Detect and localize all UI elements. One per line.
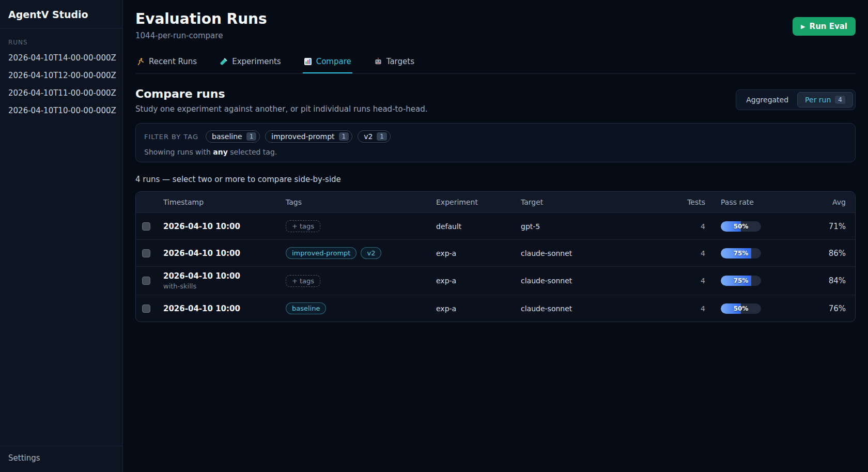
sidebar-item-run[interactable]: 2026-04-10T12-00-00-000Z [0,67,122,84]
run-avg-score: 71% [772,222,855,231]
row-checkbox[interactable] [142,277,150,285]
test-tube-icon [220,57,228,66]
view-mode-toggle: Aggregated Per run 4 [736,89,856,110]
filter-panel: FILTER BY TAG baseline1improved-prompt1v… [135,123,856,162]
run-target: claude-sonnet [521,249,673,257]
tab-label: Recent Runs [149,57,197,66]
run-avg-score: 86% [772,249,855,258]
run-experiment: exp-a [436,249,521,257]
run-eval-label: Run Eval [810,22,847,31]
sidebar: AgentV Studio RUNS 2026-04-10T14-00-00-0… [0,0,123,472]
section-subtitle: Study one experiment against another, or… [135,104,428,114]
sidebar-item-run[interactable]: 2026-04-10T10-00-00-000Z [0,102,122,119]
run-target: claude-sonnet [521,304,673,313]
tab-targets[interactable]: Targets [373,53,415,73]
toggle-aggregated[interactable]: Aggregated [738,92,796,108]
run-tag-chip-baseline: baseline [286,302,326,314]
column-header-target: Target [521,198,673,206]
run-avg-score: 76% [772,304,855,313]
filter-note-emphasis: any [213,148,228,156]
run-row[interactable]: 2026-04-10 10:00improved-promptv2exp-acl… [136,239,855,266]
run-timestamp: 2026-04-10 10:00 [163,271,286,281]
run-subtitle: with-skills [163,282,286,290]
per-run-label: Per run [805,96,831,104]
column-header-tests: Tests [673,198,705,206]
pass-rate-pill: 75% [721,248,761,258]
column-header-pass-rate: Pass rate [705,198,772,206]
sidebar-item-settings[interactable]: Settings [0,446,122,472]
pass-rate-pill: 50% [721,221,761,232]
runs-section-label: RUNS [0,28,122,49]
toggle-per-run[interactable]: Per run 4 [797,92,853,108]
row-checkbox[interactable] [142,304,150,313]
row-checkbox[interactable] [142,249,150,257]
filter-tag-chip-v2[interactable]: v21 [358,130,391,143]
table-body: 2026-04-10 10:00+ tagsdefaultgpt-5450%71… [136,212,855,322]
pass-rate-value: 75% [721,276,761,286]
run-eval-button[interactable]: ▶ Run Eval [793,17,856,36]
pass-rate-pill: 75% [721,276,761,286]
pass-rate-value: 50% [721,221,761,232]
run-row[interactable]: 2026-04-10 10:00baselineexp-aclaude-sonn… [136,295,855,322]
run-timestamp: 2026-04-10 10:00 [163,304,286,313]
runner-icon [136,57,145,66]
runs-list: 2026-04-10T14-00-00-000Z2026-04-10T12-00… [0,49,122,119]
bar-chart-icon [304,57,312,66]
app-title: AgentV Studio [0,0,122,28]
compare-header: Compare runs Study one experiment agains… [135,87,856,114]
sidebar-item-run[interactable]: 2026-04-10T14-00-00-000Z [0,49,122,67]
section-title: Compare runs [135,87,428,100]
pass-rate-value: 50% [721,303,761,314]
run-target: claude-sonnet [521,277,673,285]
column-header-timestamp: Timestamp [163,198,286,206]
run-timestamp: 2026-04-10 10:00 [163,249,286,258]
sidebar-spacer [0,119,122,446]
page-subtitle: 1044-per-run-compare [135,31,267,40]
tab-label: Experiments [232,57,281,66]
filter-note-prefix: Showing runs with [144,148,211,156]
tab-compare[interactable]: Compare [303,53,352,73]
add-tags-button[interactable]: + tags [286,275,320,287]
column-header-tags: Tags [286,198,436,206]
filter-label: FILTER BY TAG [144,133,198,141]
run-row[interactable]: 2026-04-10 10:00+ tagsdefaultgpt-5450%71… [136,212,855,239]
run-target: gpt-5 [521,222,673,231]
column-header-experiment: Experiment [436,198,521,206]
run-tests-count: 4 [673,249,705,257]
run-tests-count: 4 [673,277,705,285]
column-header-avg: Avg [772,198,855,206]
filter-tag-chip-baseline[interactable]: baseline1 [206,130,260,143]
filter-chip-list: baseline1improved-prompt1v21 [206,130,391,143]
play-icon: ▶ [801,24,805,29]
sidebar-item-run[interactable]: 2026-04-10T11-00-00-000Z [0,84,122,102]
tab-label: Targets [386,57,414,66]
app-window: AgentV Studio RUNS 2026-04-10T14-00-00-0… [0,0,868,472]
run-tests-count: 4 [673,304,705,313]
table-header: TimestampTagsExperimentTargetTestsPass r… [136,192,855,212]
tag-count-badge: 1 [246,132,257,141]
pass-rate-value: 75% [721,248,761,258]
tag-name: improved-prompt [271,132,334,141]
runs-summary: 4 runs — select two or more to compare s… [135,175,856,184]
add-tags-button[interactable]: + tags [286,220,320,232]
tab-bar: Recent RunsExperimentsCompareTargets [135,53,856,74]
runs-table: TimestampTagsExperimentTargetTestsPass r… [135,191,856,322]
tab-experiments[interactable]: Experiments [219,53,282,73]
tab-recent-runs[interactable]: Recent Runs [135,53,198,73]
row-checkbox[interactable] [142,222,150,231]
page-header: Evaluation Runs 1044-per-run-compare ▶ R… [135,10,856,40]
per-run-count-badge: 4 [835,96,845,104]
run-tests-count: 4 [673,222,705,231]
run-row[interactable]: 2026-04-10 10:00with-skills+ tagsexp-acl… [136,266,855,295]
run-avg-score: 84% [772,276,855,285]
run-tag-chip-improved-prompt: improved-prompt [286,247,357,259]
main-content: Evaluation Runs 1044-per-run-compare ▶ R… [123,0,868,472]
tag-count-badge: 1 [339,132,349,141]
tab-label: Compare [316,57,351,66]
filter-tag-chip-improved-prompt[interactable]: improved-prompt1 [265,130,352,143]
tag-name: baseline [212,132,242,141]
pass-rate-pill: 50% [721,303,761,314]
filter-note: Showing runs with any selected tag. [144,148,847,156]
page-title: Evaluation Runs [135,10,267,27]
run-experiment: default [436,222,521,231]
